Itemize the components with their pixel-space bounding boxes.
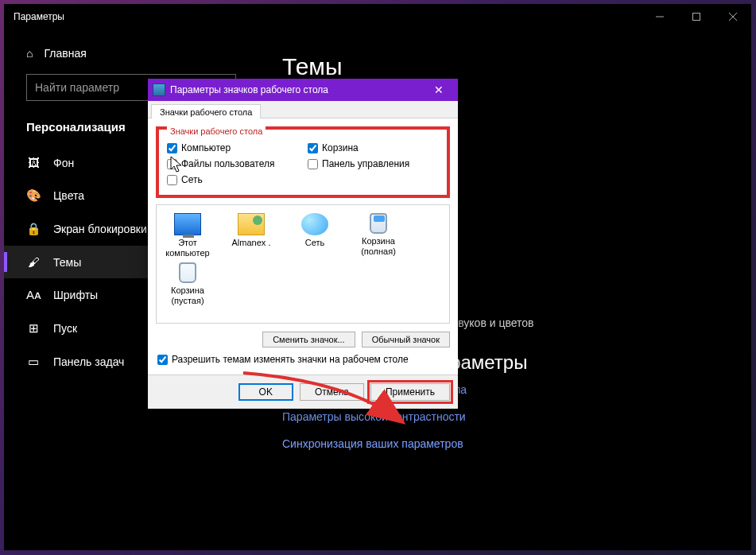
svg-rect-1 (693, 14, 700, 21)
apply-button[interactable]: Применить (370, 383, 450, 401)
window-controls (642, 4, 751, 29)
icon-button-row: Сменить значок... Обычный значок (148, 327, 458, 349)
window-title: Параметры (14, 11, 64, 22)
icon-label: Этоткомпьютер (163, 238, 212, 258)
nav-icon: ▭ (26, 355, 41, 369)
desktop-icon-bin-empty[interactable]: Корзина(пустая) (163, 262, 212, 305)
allow-themes-checkbox[interactable] (157, 355, 168, 365)
check-network-box[interactable] (167, 175, 177, 185)
check-recycle-bin[interactable]: Корзина (308, 142, 439, 153)
check-user-files-label: Файлы пользователя (181, 158, 274, 169)
nav-icon: 🎨 (26, 188, 41, 203)
desktop-icon-pc[interactable]: Этоткомпьютер (163, 213, 212, 258)
check-computer-label: Компьютер (181, 142, 231, 153)
tab-desktop-icons[interactable]: Значки рабочего стола (151, 104, 261, 118)
icon-preview-grid[interactable]: ЭтоткомпьютерAlmanex .СетьКорзина(полная… (156, 204, 450, 324)
nav-icon: 🔒 (26, 222, 41, 236)
check-control-panel-label: Панель управления (322, 158, 409, 169)
dialog-tabstrip: Значки рабочего стола (148, 101, 458, 118)
check-recycle-bin-box[interactable] (308, 143, 318, 153)
cancel-button[interactable]: Отмена (300, 383, 364, 401)
bin-empty-icon (179, 262, 196, 283)
nav-label: Пуск (53, 322, 77, 335)
dialog-footer: OK Отмена Применить (148, 375, 458, 409)
window-titlebar: Параметры (4, 4, 751, 29)
dialog-icon (153, 83, 165, 96)
home-icon: ⌂ (26, 47, 33, 60)
pc-icon (174, 213, 201, 235)
desktop-icon-bin-full[interactable]: Корзина(полная) (354, 213, 403, 258)
groupbox-legend: Значки рабочего стола (167, 126, 266, 136)
check-user-files[interactable]: Файлы пользователя (167, 158, 298, 169)
nav-label: Темы (53, 256, 81, 269)
folder-icon (238, 213, 265, 235)
check-network[interactable]: Сеть (167, 174, 298, 185)
link-high-contrast[interactable]: Параметры высокой контрастности (282, 410, 735, 423)
check-network-label: Сеть (181, 174, 203, 185)
icon-label: Сеть (290, 238, 339, 248)
check-control-panel[interactable]: Панель управления (308, 158, 439, 169)
dialog-body: Значки рабочего стола Значки рабочего ст… (148, 101, 458, 375)
dialog-close-button[interactable]: ✕ (423, 79, 455, 101)
net-icon (301, 213, 328, 235)
bin-full-icon (370, 213, 387, 234)
nav-label: Фон (53, 157, 74, 169)
page-title: Темы (282, 53, 735, 80)
desktop-icon-net[interactable]: Сеть (290, 213, 339, 258)
close-button[interactable] (715, 4, 751, 29)
maximize-button[interactable] (678, 4, 715, 29)
nav-label: Экран блокировки (53, 223, 147, 235)
allow-themes-label: Разрешить темам изменять значки на рабоч… (172, 354, 409, 365)
change-icon-button[interactable]: Сменить значок... (262, 332, 355, 347)
desktop-icon-folder[interactable]: Almanex . (227, 213, 276, 258)
nav-icon: Aᴀ (26, 288, 41, 302)
check-control-panel-box[interactable] (308, 159, 318, 169)
dialog-titlebar[interactable]: Параметры значков рабочего стола ✕ (148, 79, 458, 101)
check-user-files-box[interactable] (167, 159, 177, 169)
icon-label: Корзина(полная) (354, 236, 403, 256)
desktop-icons-dialog: Параметры значков рабочего стола ✕ Значк… (148, 79, 458, 409)
icon-label: Корзина(пустая) (163, 285, 212, 305)
icon-label: Almanex . (227, 238, 276, 248)
nav-label: Шрифты (53, 289, 98, 301)
ok-button[interactable]: OK (238, 383, 293, 401)
minimize-button[interactable] (642, 4, 678, 29)
check-computer[interactable]: Компьютер (167, 142, 298, 153)
nav-label: Цвета (53, 189, 84, 202)
check-recycle-bin-label: Корзина (322, 142, 359, 153)
nav-icon: ⊞ (26, 321, 41, 336)
nav-label: Панель задач (53, 355, 124, 368)
nav-icon: 🖼 (26, 156, 41, 169)
dialog-title: Параметры значков рабочего стола (170, 84, 423, 95)
icons-groupbox: Значки рабочего стола Компьютер Корзина … (156, 126, 450, 198)
check-computer-box[interactable] (167, 143, 177, 153)
default-icon-button[interactable]: Обычный значок (362, 332, 450, 347)
home-label: Главная (44, 47, 86, 60)
allow-themes-row[interactable]: Разрешить темам изменять значки на рабоч… (148, 349, 458, 375)
home-link[interactable]: ⌂ Главная (4, 41, 258, 71)
nav-icon: 🖌 (26, 255, 41, 269)
search-placeholder: Найти параметр (35, 81, 119, 94)
link-sync-settings[interactable]: Синхронизация ваших параметров (282, 437, 735, 450)
